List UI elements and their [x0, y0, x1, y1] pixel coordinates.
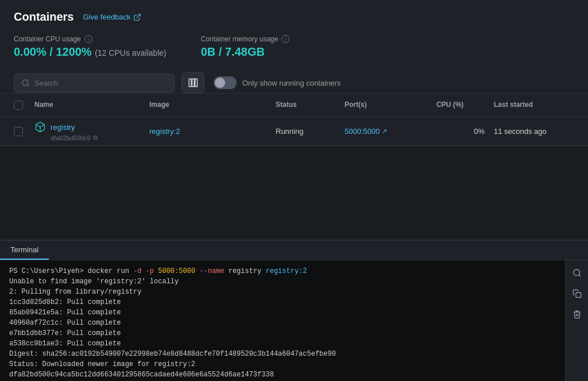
svg-point-1 — [22, 79, 28, 85]
container-icon-name: registry — [34, 121, 149, 133]
columns-icon — [188, 78, 198, 88]
th-checkbox — [14, 98, 34, 112]
stats-row: Container CPU usage i 0.00% / 1200% (12 … — [14, 35, 574, 59]
select-all-checkbox[interactable] — [14, 101, 23, 110]
containers-table: Name Image Status Port(s) CPU (%) Last s… — [0, 93, 588, 146]
page-header: Containers Give feedback — [14, 10, 574, 24]
toggle-knob — [215, 78, 225, 88]
svg-rect-4 — [192, 79, 195, 87]
cpu-info-icon[interactable]: i — [84, 35, 92, 43]
cpu-stat-value: 0.00% / 1200% (12 CPUs available) — [14, 45, 167, 59]
row-checkbox[interactable] — [14, 127, 34, 136]
container-ports: 5000:5000 ↗ — [345, 127, 436, 136]
container-name-cell: registry dfa82bd500c9 ⧉ — [34, 121, 149, 141]
th-image[interactable]: Image — [149, 98, 276, 112]
terminal-section: Terminal PS C:\Users\Piyeh> docker run -… — [0, 240, 588, 381]
cpu-stat-block: Container CPU usage i 0.00% / 1200% (12 … — [14, 35, 167, 59]
th-ports[interactable]: Port(s) — [345, 98, 436, 112]
svg-rect-9 — [576, 293, 581, 298]
columns-button[interactable] — [181, 72, 204, 93]
container-box-icon — [34, 121, 46, 133]
terminal-line: dfa82bd500c94ca5bc12dd663401295865cadaed… — [9, 370, 556, 380]
memory-info-icon[interactable]: i — [281, 35, 289, 43]
external-link-icon — [133, 13, 141, 21]
table-header: Name Image Status Port(s) CPU (%) Last s… — [0, 94, 588, 117]
terminal-tab[interactable]: Terminal — [0, 241, 49, 260]
container-id: dfa82bd500c9 ⧉ — [51, 134, 149, 141]
th-cpu[interactable]: CPU (%) — [436, 98, 494, 112]
running-toggle-row: Only show running containers — [214, 76, 341, 89]
terminal-line: a538cc9b1ae3: Pull complete — [9, 338, 556, 349]
copy-id-icon[interactable]: ⧉ — [93, 134, 98, 141]
image-link[interactable]: registry:2 — [149, 127, 180, 136]
toolbar-row: Only show running containers — [14, 70, 574, 93]
running-toggle[interactable] — [214, 76, 237, 89]
terminal-body: PS C:\Users\Piyeh> docker run -d -p 5000… — [0, 260, 588, 381]
port-link[interactable]: 5000:5000 ↗ — [345, 127, 436, 136]
terminal-line: e7bb1dbb377e: Pull complete — [9, 328, 556, 338]
give-feedback-link[interactable]: Give feedback — [83, 13, 141, 21]
terminal-clear-button[interactable] — [569, 306, 585, 322]
running-toggle-label: Only show running containers — [242, 79, 341, 87]
port-external-icon: ↗ — [382, 128, 387, 135]
terminal-output[interactable]: PS C:\Users\Piyeh> docker run -d -p 5000… — [0, 260, 565, 381]
terminal-line: 40960af72c1c: Pull complete — [9, 318, 556, 328]
search-icon — [572, 268, 582, 278]
terminal-search-button[interactable] — [569, 265, 585, 281]
svg-line-8 — [579, 275, 581, 276]
container-status: Running — [276, 127, 345, 136]
container-last-started: 11 seconds ago — [494, 127, 574, 136]
page-title: Containers — [14, 10, 74, 24]
terminal-line: Digest: sha256:ac0192b549007e22998eb74e8… — [9, 349, 556, 359]
container-cpu: 0% — [436, 127, 494, 136]
terminal-copy-button[interactable] — [569, 286, 585, 302]
table-row: registry dfa82bd500c9 ⧉ registry:2 Runni… — [0, 117, 588, 146]
terminal-line: Status: Downloaded newer image for regis… — [9, 359, 556, 370]
th-last-started[interactable]: Last started — [494, 98, 574, 112]
memory-stat-value: 0B / 7.48GB — [201, 45, 290, 59]
terminal-line: 1cc3d825d8b2: Pull complete — [9, 297, 556, 307]
memory-stat-block: Container memory usage i 0B / 7.48GB — [201, 35, 290, 59]
svg-rect-5 — [195, 79, 198, 87]
th-status[interactable]: Status — [276, 98, 345, 112]
svg-point-7 — [574, 270, 580, 276]
container-name-link[interactable]: registry — [51, 123, 75, 132]
terminal-tab-bar: Terminal — [0, 241, 588, 260]
top-section: Containers Give feedback Container CPU u… — [0, 0, 588, 93]
svg-rect-3 — [189, 79, 191, 87]
container-image-cell: registry:2 — [149, 127, 276, 136]
cpu-stat-label: Container CPU usage i — [14, 35, 167, 43]
trash-icon — [572, 310, 582, 319]
terminal-sidebar — [565, 260, 588, 381]
svg-line-0 — [136, 14, 140, 17]
content-spacer — [0, 146, 588, 240]
terminal-line: 85ab09421e5a: Pull complete — [9, 307, 556, 318]
search-icon — [21, 79, 30, 87]
search-input[interactable] — [34, 79, 167, 87]
svg-line-2 — [27, 84, 29, 86]
terminal-line: Unable to find image 'registry:2' locall… — [9, 276, 556, 287]
copy-icon — [572, 289, 582, 298]
search-box[interactable] — [14, 74, 175, 93]
memory-stat-label: Container memory usage i — [201, 35, 290, 43]
terminal-line: 2: Pulling from library/registry — [9, 287, 556, 297]
terminal-line: PS C:\Users\Piyeh> docker run -d -p 5000… — [9, 266, 556, 276]
th-name[interactable]: Name — [34, 98, 149, 112]
